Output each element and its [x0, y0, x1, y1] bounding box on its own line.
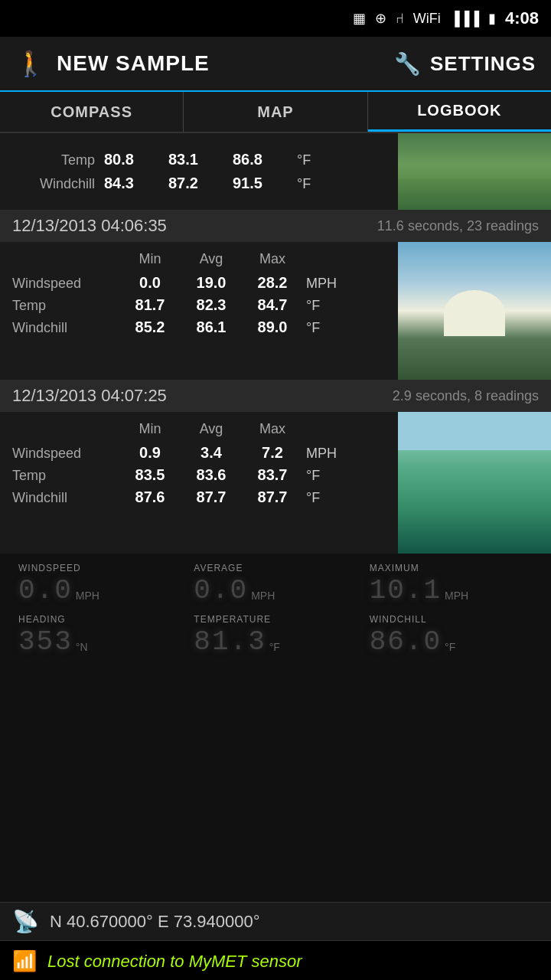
thumbnail-1	[398, 133, 551, 210]
log-entry-1: Min Avg Max Windspeed 0.0 19.0 28.2 MPH …	[0, 242, 551, 380]
windchill-inst-unit: °F	[445, 641, 455, 653]
temperature-instrument: TEMPERATURE 81.3 °F	[187, 614, 363, 658]
windchill-values: 84.3 87.2 91.5 °F	[104, 175, 311, 192]
log2-windchill-min: 87.6	[119, 488, 181, 506]
instrument-row-2: HEADING 353 °N TEMPERATURE 81.3 °F WINDC…	[12, 614, 539, 658]
log2-meta: 2.9 seconds, 8 readings	[393, 388, 539, 404]
wrench-icon: 🔧	[394, 51, 421, 77]
average-instrument: AVERAGE 0.0 MPH	[187, 563, 363, 606]
heading-inst-label: HEADING	[18, 614, 181, 625]
log1-temp-min: 81.7	[119, 296, 181, 314]
log2-timestamp: 12/13/2013 04:07:25	[12, 386, 167, 406]
temp-max: 86.8	[233, 151, 279, 168]
instruments-panel: WINDSPEED 0.0 MPH AVERAGE 0.0 MPH MAXIMU…	[0, 554, 551, 671]
windchill-min: 84.3	[104, 175, 150, 192]
windspeed-inst-value: 0.0	[18, 575, 73, 606]
windspeed-inst-value-row: 0.0 MPH	[18, 575, 181, 606]
maximum-inst-label: MAXIMUM	[370, 563, 533, 573]
signal-error-icon: 📶	[12, 949, 37, 973]
log1-timestamp: 12/13/2013 04:06:35	[12, 216, 167, 236]
average-inst-value-row: 0.0 MPH	[194, 575, 357, 606]
maximum-instrument: MAXIMUM 10.1 MPH	[364, 563, 539, 606]
log-entry-2: Min Avg Max Windspeed 0.9 3.4 7.2 MPH Te…	[0, 412, 551, 554]
log1-temp-max: 84.7	[242, 296, 303, 314]
log1-windchill-min: 85.2	[119, 318, 181, 336]
log1-col-avg: Avg	[181, 251, 242, 267]
log2-temp-label: Temp	[12, 468, 119, 484]
log1-temp-row: Temp 81.7 82.3 84.7 °F	[12, 294, 386, 316]
log2-col-min: Min	[119, 421, 181, 437]
log2-temp-row: Temp 83.5 83.6 83.7 °F	[12, 464, 386, 486]
average-inst-value: 0.0	[194, 575, 248, 606]
log2-temp-unit: °F	[306, 468, 320, 484]
status-bar: ▦ ⊕ ⑁ WiFi ▐▐▐ ▮ 4:08	[0, 0, 551, 37]
gps-bar: 📡 N 40.670000° E 73.940000°	[0, 902, 551, 940]
log2-windspeed-unit: MPH	[306, 446, 337, 462]
heading-inst-value-row: 353 °N	[18, 626, 181, 658]
temperature-inst-value-row: 81.3 °F	[194, 626, 357, 658]
thumbnail-2	[398, 242, 551, 380]
tab-bar[interactable]: COMPASS MAP LOGBOOK	[0, 92, 551, 133]
bluetooth-icon: ⑁	[396, 11, 404, 27]
average-inst-unit: MPH	[251, 590, 275, 602]
temp-min: 80.8	[104, 151, 150, 168]
log1-temp-label: Temp	[12, 298, 119, 314]
log1-windchill-max: 89.0	[242, 318, 303, 336]
log1-temp-unit: °F	[306, 298, 320, 314]
log2-header-spacer	[12, 421, 119, 437]
log1-windspeed-label: Windspeed	[12, 276, 119, 292]
log2-col-max: Max	[242, 421, 303, 437]
windspeed-instrument: WINDSPEED 0.0 MPH	[12, 563, 187, 606]
log1-windspeed-row: Windspeed 0.0 19.0 28.2 MPH	[12, 272, 386, 294]
heading-instrument: HEADING 353 °N	[12, 614, 187, 658]
temperature-inst-label: TEMPERATURE	[194, 614, 357, 625]
log2-windspeed-avg: 3.4	[181, 444, 242, 462]
log2-windchill-max: 87.7	[242, 488, 303, 506]
content-area: Temp 80.8 83.1 86.8 °F Windchill 84.3 87…	[0, 133, 551, 902]
log-separator-2: 12/13/2013 04:07:25 2.9 seconds, 8 readi…	[0, 380, 551, 412]
windchill-avg: 87.2	[168, 175, 214, 192]
gps-icon: 📡	[12, 909, 39, 934]
log1-header-spacer	[12, 251, 119, 267]
header-title: NEW SAMPLE	[57, 51, 210, 76]
log1-windspeed-min: 0.0	[119, 274, 181, 292]
status-time: 4:08	[505, 8, 539, 28]
windchill-inst-label: WINDCHILL	[370, 614, 533, 625]
thumbnail-3	[398, 412, 551, 554]
log2-windspeed-row: Windspeed 0.9 3.4 7.2 MPH	[12, 442, 386, 464]
header-right[interactable]: 🔧 SETTINGS	[394, 51, 536, 77]
maximum-inst-unit: MPH	[445, 590, 468, 602]
wifi-icon: WiFi	[413, 11, 441, 27]
log2-windspeed-min: 0.9	[119, 444, 181, 462]
temp-row: Temp 80.8 83.1 86.8 °F	[12, 148, 386, 172]
log2-data: Min Avg Max Windspeed 0.9 3.4 7.2 MPH Te…	[0, 412, 398, 554]
log2-windspeed-label: Windspeed	[12, 446, 119, 462]
log2-temp-min: 83.5	[119, 466, 181, 484]
barcode-icon: ▦	[353, 10, 366, 27]
windchill-unit: °F	[297, 176, 311, 192]
log2-windspeed-max: 7.2	[242, 444, 303, 462]
windchill-row: Windchill 84.3 87.2 91.5 °F	[12, 172, 386, 195]
tab-map[interactable]: MAP	[184, 92, 367, 132]
windspeed-inst-label: WINDSPEED	[18, 563, 181, 573]
temperature-inst-value: 81.3	[194, 626, 266, 658]
temp-unit: °F	[297, 152, 311, 168]
settings-label[interactable]: SETTINGS	[430, 52, 536, 76]
current-reading-data: Temp 80.8 83.1 86.8 °F Windchill 84.3 87…	[0, 133, 398, 210]
windspeed-inst-unit: MPH	[76, 590, 99, 602]
log1-col-min: Min	[119, 251, 181, 267]
tab-logbook[interactable]: LOGBOOK	[368, 92, 551, 132]
windchill-max: 91.5	[233, 175, 279, 192]
heading-inst-unit: °N	[76, 641, 88, 653]
temp-values: 80.8 83.1 86.8 °F	[104, 151, 311, 168]
windchill-inst-value-row: 86.0 °F	[370, 626, 533, 658]
windchill-label: Windchill	[12, 176, 104, 192]
log1-windspeed-max: 28.2	[242, 274, 303, 292]
log2-temp-max: 83.7	[242, 466, 303, 484]
log2-temp-avg: 83.6	[181, 466, 242, 484]
temperature-inst-unit: °F	[269, 641, 280, 653]
gps-coords: N 40.670000° E 73.940000°	[50, 912, 259, 932]
alert-message: Lost connection to MyMET sensor	[47, 952, 302, 972]
heading-inst-value: 353	[18, 626, 73, 658]
tab-compass[interactable]: COMPASS	[0, 92, 184, 132]
